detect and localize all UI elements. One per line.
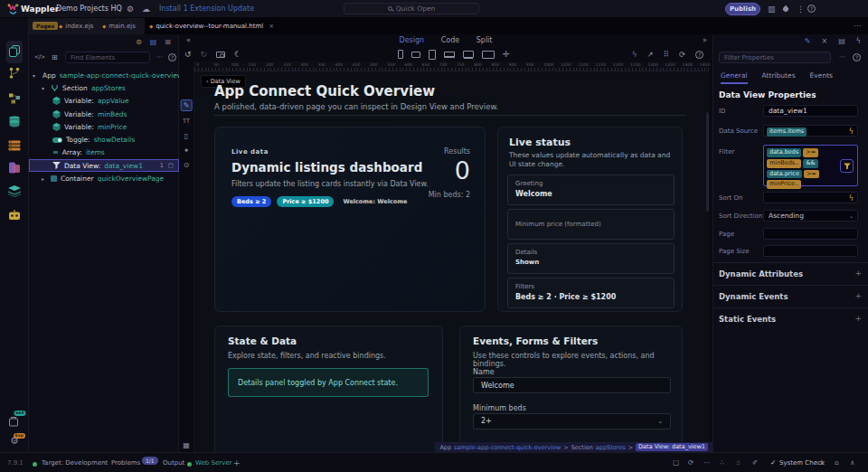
- home-icon[interactable]: ⌂: [835, 453, 839, 472]
- blocks-icon[interactable]: ⠿: [664, 50, 669, 59]
- sidebar-server-icon[interactable]: [8, 137, 21, 155]
- page-input[interactable]: [763, 228, 858, 240]
- structure-more-icon[interactable]: ⋯: [156, 53, 163, 61]
- min-beds-select[interactable]: 2+⌄: [473, 413, 671, 430]
- canvas-scrollbar[interactable]: [706, 112, 709, 212]
- name-input[interactable]: [473, 377, 671, 393]
- tab-code[interactable]: Code: [441, 36, 459, 44]
- tab-design[interactable]: Design: [400, 36, 425, 44]
- tab-main-ejs[interactable]: ◆main.ejs: [98, 18, 140, 34]
- output-button[interactable]: Output: [163, 453, 184, 472]
- tree-item-toggle[interactable]: Toggle:showDetails: [29, 133, 179, 146]
- stack-icon[interactable]: ▤: [838, 37, 845, 45]
- section-dynamic-attributes[interactable]: Dynamic Attributes+: [713, 262, 868, 285]
- tree-item-variable[interactable]: Variable:minBeds: [29, 108, 179, 120]
- breadcrumb-selected[interactable]: Data View: data_view1: [636, 443, 708, 451]
- tree-item-variable[interactable]: Variable:appValue: [29, 95, 179, 108]
- sidebar-layers-icon[interactable]: [8, 184, 21, 201]
- sidebar-ai-robot-icon[interactable]: [8, 207, 21, 224]
- system-check-button[interactable]: System Check: [779, 453, 825, 472]
- dark-mode-icon[interactable]: ☾: [234, 50, 241, 59]
- web-server-button[interactable]: Web Server: [195, 453, 231, 472]
- structure-help-icon[interactable]: ?: [168, 53, 176, 61]
- sort-direction-select[interactable]: Ascending⌄: [763, 210, 858, 222]
- add-icon[interactable]: +: [854, 314, 862, 323]
- extension-update-link[interactable]: Install 1 Extension Update: [159, 0, 254, 18]
- props-more-icon[interactable]: ⋯: [839, 53, 845, 61]
- filter-token[interactable]: minBeds..: [767, 159, 801, 168]
- dynamic-data-icon[interactable]: ϟ: [849, 194, 854, 203]
- refresh-icon[interactable]: ⟳: [679, 50, 685, 59]
- caret-open-icon[interactable]: ▾: [42, 85, 47, 91]
- find-elements-input[interactable]: [65, 52, 150, 63]
- tab-quick-overview[interactable]: ◆quick-overview--tour-manual.html×: [145, 18, 278, 34]
- stop-icon[interactable]: □: [673, 453, 679, 472]
- sort-on-input[interactable]: ϟ: [763, 192, 858, 203]
- collapse-right-icon[interactable]: »: [703, 36, 707, 44]
- tree-view-icon[interactable]: ⊞: [52, 53, 58, 61]
- target-text[interactable]: Target: Development: [42, 453, 108, 472]
- redo-icon[interactable]: ↻: [201, 50, 208, 59]
- filter-picker-button[interactable]: [840, 159, 854, 173]
- data-source-token[interactable]: items.items: [767, 127, 807, 137]
- more-icon[interactable]: ⋯: [703, 453, 711, 472]
- tab-split[interactable]: Split: [476, 36, 493, 44]
- tab-events[interactable]: Events: [810, 71, 833, 84]
- caret-open-icon[interactable]: ▾: [33, 72, 35, 79]
- visibility-tool-icon[interactable]: ⊙: [184, 161, 190, 169]
- eraser-icon[interactable]: ▱: [819, 453, 825, 472]
- add-panel-icon[interactable]: +: [233, 453, 241, 472]
- lightning-icon[interactable]: ϟ: [632, 50, 637, 59]
- undo-icon[interactable]: ↺: [184, 50, 192, 59]
- tab-general[interactable]: General: [721, 71, 748, 84]
- id-input[interactable]: data_view1: [763, 105, 858, 117]
- feedback-icon[interactable]: ☝: [736, 453, 741, 472]
- edit-tool-icon[interactable]: ✎: [181, 99, 193, 111]
- sidebar-workflow-icon[interactable]: [9, 90, 21, 108]
- publish-button[interactable]: Publish: [725, 3, 760, 15]
- filter-properties-input[interactable]: [719, 52, 831, 63]
- close-icon[interactable]: ×: [269, 23, 274, 30]
- help-icon[interactable]: ?: [807, 5, 816, 13]
- filter-expression-box[interactable]: data.beds >= minBeds.. && data.price >= …: [763, 145, 858, 186]
- phone-portrait-icon[interactable]: [398, 50, 403, 59]
- tab-overflow-icon[interactable]: ⋯: [854, 18, 861, 34]
- tree-item-section[interactable]: ▾ SectionappStores: [29, 81, 179, 94]
- share-nodes-icon[interactable]: ∴: [720, 453, 724, 472]
- quick-open-input[interactable]: Quick Open: [344, 3, 479, 14]
- move-resize-icon[interactable]: ✛: [503, 50, 510, 59]
- columns-icon[interactable]: ▥: [768, 0, 776, 18]
- section-static-events[interactable]: Static Events+: [713, 307, 868, 330]
- dynamic-data-icon[interactable]: ϟ: [849, 127, 854, 137]
- kebab-menu-icon[interactable]: ⋮: [797, 0, 805, 18]
- edit-props-icon[interactable]: ✎: [805, 37, 811, 45]
- panel-icon[interactable]: ▤: [150, 38, 157, 46]
- project-selector[interactable]: Demo Projects HQ⌄: [56, 0, 132, 18]
- filter-token[interactable]: data.beds: [767, 148, 801, 157]
- page-size-input[interactable]: [763, 245, 858, 257]
- desktop-icon[interactable]: [463, 51, 474, 58]
- phone-landscape-icon[interactable]: [411, 52, 420, 58]
- theme-brush-icon[interactable]: ✐: [752, 453, 758, 472]
- code-view-icon[interactable]: </>: [34, 53, 45, 61]
- tree-item-variable[interactable]: Variable:minPrice: [29, 120, 179, 133]
- copy-icon[interactable]: ▢: [168, 162, 174, 169]
- design-help-icon[interactable]: ?: [695, 51, 703, 59]
- collapse-up-icon[interactable]: ∧: [850, 453, 855, 472]
- problems-count-badge[interactable]: 1/1: [142, 458, 158, 465]
- refresh-icon[interactable]: ⟳: [688, 453, 693, 472]
- breadcrumb-app[interactable]: sample-app-connect-quick-overview: [454, 444, 561, 451]
- sidebar-git-icon[interactable]: [9, 66, 21, 83]
- lightning-icon[interactable]: ϟ: [856, 37, 861, 45]
- tree-item-container[interactable]: ▸ ContainerquickOverviewPage: [29, 172, 179, 184]
- props-help-icon[interactable]: ?: [853, 53, 861, 61]
- filter-token[interactable]: >=: [804, 170, 819, 179]
- tab-attributes[interactable]: Attributes: [762, 71, 796, 84]
- share-icon[interactable]: ↗: [647, 50, 654, 59]
- preview-icon[interactable]: ⊚: [136, 38, 142, 46]
- tree-item-data-view-selected[interactable]: Data View:data_view1 1▢: [29, 159, 179, 172]
- gear-icon[interactable]: ⚙: [127, 0, 134, 18]
- section-dynamic-events[interactable]: Dynamic Events+: [713, 285, 868, 307]
- breadcrumb-section[interactable]: appStores: [596, 444, 626, 451]
- add-icon[interactable]: +: [854, 291, 862, 300]
